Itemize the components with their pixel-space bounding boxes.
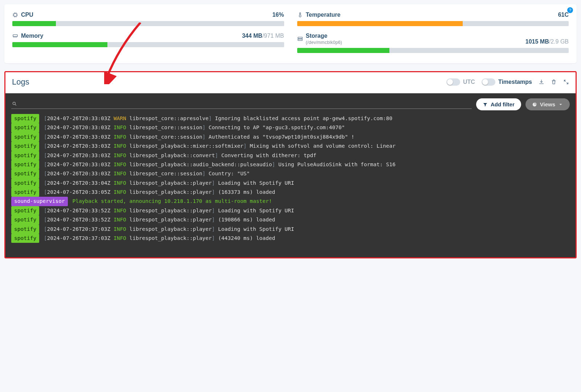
add-filter-button[interactable]: Add filter [476, 98, 521, 110]
log-line: spotify [2024-07-26T20:33:52Z INFO libre… [11, 215, 570, 224]
toggle-utc[interactable]: UTC [446, 78, 475, 86]
toggle-utc-label: UTC [463, 79, 475, 85]
cpu-label: CPU [21, 12, 33, 18]
log-line: spotify [2024-07-26T20:33:03Z INFO libre… [11, 132, 570, 142]
stat-temp: Temperature 61C [297, 12, 569, 26]
svg-rect-1 [13, 35, 17, 37]
memory-value: 344 MB/971 MB [242, 33, 284, 39]
logs-card: Logs UTC Timestamps [4, 71, 577, 258]
download-button[interactable] [539, 79, 544, 85]
toggle-timestamps[interactable]: Timestamps [482, 78, 532, 86]
log-line: spotify [2024-07-26T20:33:05Z INFO libre… [11, 188, 570, 197]
logs-title: Logs [12, 77, 29, 87]
log-lines: spotify [2024-07-26T20:33:03Z WARN libre… [11, 114, 570, 243]
stat-memory: Memory 344 MB/971 MB [12, 33, 284, 53]
stat-cpu: CPU 16% [12, 12, 284, 26]
svg-rect-2 [298, 37, 302, 38]
log-line: spotify [2024-07-26T20:33:03Z INFO libre… [11, 142, 570, 151]
log-line: spotify [2024-07-26T20:33:03Z INFO libre… [11, 151, 570, 160]
log-line: spotify [2024-07-26T20:33:03Z WARN libre… [11, 114, 570, 123]
log-line: spotify [2024-07-26T20:33:03Z INFO libre… [11, 169, 570, 178]
cpu-gauge [12, 21, 284, 26]
log-line: spotify [2024-07-26T20:33:03Z INFO libre… [11, 123, 570, 132]
log-line: spotify [2024-07-26T20:37:03Z INFO libre… [11, 234, 570, 243]
help-icon[interactable]: ? [567, 7, 573, 13]
log-line: spotify [2024-07-26T20:37:03Z INFO libre… [11, 225, 570, 234]
memory-icon [12, 33, 18, 39]
temp-gauge [297, 21, 569, 26]
thermometer-icon [297, 12, 303, 18]
stats-card: ? CPU 16% Tempera [4, 4, 577, 63]
memory-gauge [12, 42, 284, 47]
temp-label: Temperature [306, 12, 341, 18]
log-search[interactable] [11, 100, 472, 109]
cpu-icon [12, 12, 18, 18]
temp-value: 61C [558, 12, 569, 18]
trash-button[interactable] [551, 79, 557, 85]
svg-rect-3 [298, 39, 302, 41]
chevron-down-icon [558, 102, 563, 107]
log-line: spotify [2024-07-26T20:33:52Z INFO libre… [11, 206, 570, 215]
storage-value: 1015 MB/2.9 GB [525, 38, 569, 45]
toggle-timestamps-label: Timestamps [498, 79, 532, 85]
cpu-value: 16% [272, 12, 284, 18]
log-line: spotify [2024-07-26T20:33:04Z INFO libre… [11, 179, 570, 188]
storage-label: Storage [306, 33, 328, 39]
stat-storage: Storage (/dev/mmcblk0p6) 1015 MB/2.9 GB [297, 33, 569, 53]
memory-label: Memory [21, 33, 43, 39]
log-line: spotify [2024-07-26T20:33:03Z INFO libre… [11, 160, 570, 169]
log-line: sound-supervisor Playback started, annou… [11, 197, 570, 206]
expand-button[interactable] [563, 79, 569, 85]
svg-point-4 [13, 102, 15, 105]
storage-icon [297, 36, 303, 42]
storage-sublabel: (/dev/mmcblk0p6) [306, 40, 342, 45]
storage-gauge [297, 48, 569, 53]
svg-rect-0 [14, 13, 17, 16]
views-button[interactable]: Views [525, 98, 570, 110]
